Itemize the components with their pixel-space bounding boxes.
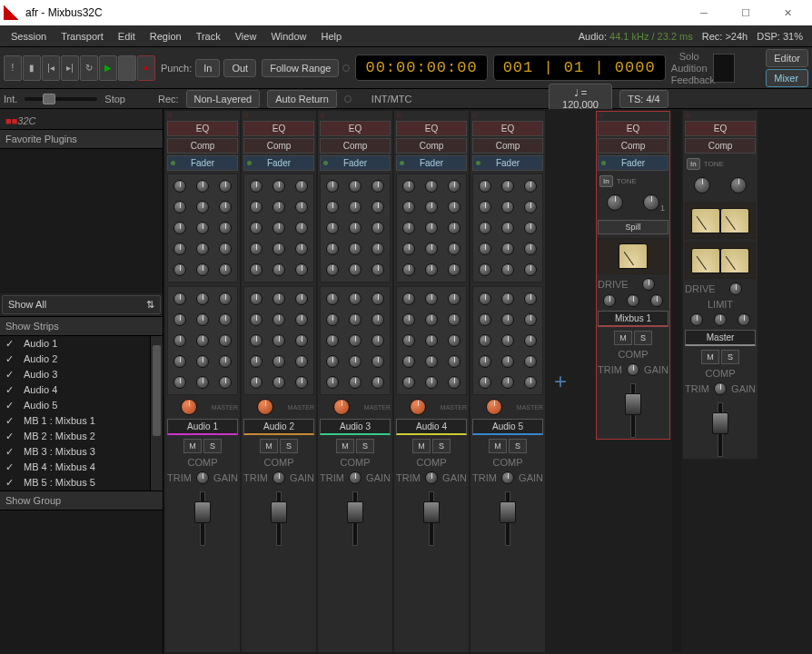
comp-section-button[interactable]: Comp [320, 138, 391, 154]
eq-knob[interactable] [448, 313, 460, 326]
channel-name[interactable]: Audio 4 [396, 419, 467, 435]
mute-button[interactable]: M [701, 350, 719, 364]
eq-knob[interactable] [371, 334, 384, 347]
mute-button[interactable]: M [260, 439, 278, 453]
eq-knob[interactable] [272, 201, 285, 213]
eq-knob[interactable] [272, 334, 285, 347]
eq-knob[interactable] [425, 201, 438, 213]
eq-knob[interactable] [371, 243, 384, 255]
channel-name[interactable]: Audio 1 [167, 419, 238, 435]
eq-knob[interactable] [479, 355, 491, 368]
groups-list[interactable] [0, 510, 163, 655]
eq-knob[interactable] [524, 201, 537, 213]
eq-knob[interactable] [196, 263, 209, 276]
strip-visibility-row[interactable]: ✓Audio 5 [0, 398, 163, 413]
eq-knob[interactable] [272, 180, 285, 193]
eq-knob[interactable] [371, 180, 384, 193]
eq-knob[interactable] [402, 222, 415, 234]
eq-knob[interactable] [326, 201, 339, 213]
menu-window[interactable]: Window [263, 28, 313, 45]
bus-knob[interactable] [627, 294, 639, 307]
fader-section-button[interactable]: Fader [320, 155, 391, 171]
eq-knob[interactable] [219, 355, 232, 368]
eq-knob[interactable] [219, 334, 232, 347]
eq-knob[interactable] [371, 263, 384, 276]
eq-knob[interactable] [425, 292, 438, 305]
eq-knob[interactable] [250, 313, 262, 326]
comp-section-button[interactable]: Comp [472, 138, 543, 154]
trim-knob[interactable] [425, 471, 438, 484]
eq-knob[interactable] [219, 243, 232, 255]
eq-knob[interactable] [196, 355, 209, 368]
tone-knob[interactable] [694, 177, 710, 193]
eq-knob[interactable] [402, 201, 415, 213]
eq-knob[interactable] [326, 180, 339, 193]
eq-knob[interactable] [349, 243, 361, 255]
eq-section-button[interactable]: EQ [320, 121, 391, 136]
solo-button[interactable]: S [203, 439, 222, 453]
channel-fader[interactable] [505, 491, 510, 546]
trim-knob[interactable] [501, 471, 514, 484]
eq-knob[interactable] [173, 243, 186, 255]
eq-knob[interactable] [196, 292, 209, 305]
eq-knob[interactable] [524, 334, 537, 347]
solo-button[interactable]: S [721, 350, 739, 364]
eq-knob[interactable] [250, 201, 262, 213]
eq-knob[interactable] [402, 313, 415, 326]
eq-knob[interactable] [524, 222, 537, 234]
comp-section-button[interactable]: Comp [243, 138, 314, 154]
channel-name[interactable]: Audio 3 [320, 419, 391, 435]
eq-section-button[interactable]: EQ [472, 121, 543, 136]
eq-knob[interactable] [448, 243, 460, 255]
strip-visibility-row[interactable]: ✓MB 1 : Mixbus 1 [0, 413, 163, 429]
eq-knob[interactable] [402, 376, 415, 389]
eq-knob[interactable] [371, 292, 384, 305]
eq-knob[interactable] [479, 180, 491, 193]
eq-knob[interactable] [501, 376, 514, 389]
strips-scrollbar[interactable] [150, 336, 163, 490]
eq-knob[interactable] [250, 292, 262, 305]
eq-knob[interactable] [173, 201, 186, 213]
plugin-filter-select[interactable]: Show All⇅ [2, 295, 161, 314]
strip-visibility-row[interactable]: ✓Audio 2 [0, 352, 163, 367]
eq-knob[interactable] [173, 313, 186, 326]
mute-button[interactable]: M [336, 439, 354, 453]
strip-visibility-row[interactable]: ✓MB 4 : Mixbus 4 [0, 460, 163, 475]
eq-knob[interactable] [173, 180, 186, 193]
menu-view[interactable]: View [228, 28, 264, 45]
shuttle-slider[interactable] [25, 97, 97, 101]
channel-fader[interactable] [276, 491, 282, 546]
channel-fader[interactable] [429, 491, 434, 546]
eq-knob[interactable] [295, 180, 308, 193]
eq-knob[interactable] [349, 180, 361, 193]
mute-button[interactable]: M [183, 439, 202, 453]
eq-knob[interactable] [250, 263, 262, 276]
eq-knob[interactable] [448, 292, 460, 305]
eq-section-button[interactable]: EQ [396, 121, 467, 136]
eq-knob[interactable] [425, 222, 438, 234]
eq-knob[interactable] [479, 292, 491, 305]
drive-knob[interactable] [257, 399, 273, 415]
eq-knob[interactable] [448, 334, 460, 347]
eq-knob[interactable] [173, 376, 186, 389]
drive-knob[interactable] [410, 399, 426, 415]
eq-knob[interactable] [173, 355, 186, 368]
trim-knob[interactable] [196, 471, 209, 484]
eq-knob[interactable] [250, 355, 262, 368]
eq-knob[interactable] [425, 263, 438, 276]
eq-knob[interactable] [196, 376, 209, 389]
menu-help[interactable]: Help [314, 28, 350, 45]
eq-knob[interactable] [326, 376, 339, 389]
midi-panic-button[interactable]: ! [4, 55, 22, 81]
metronome-button[interactable]: ▮ [23, 55, 41, 81]
eq-knob[interactable] [371, 222, 384, 234]
eq-knob[interactable] [448, 222, 460, 234]
trim-knob[interactable] [714, 382, 727, 395]
eq-knob[interactable] [295, 313, 308, 326]
bus-knob[interactable] [603, 294, 616, 307]
eq-knob[interactable] [371, 355, 384, 368]
eq-knob[interactable] [479, 313, 491, 326]
menu-transport[interactable]: Transport [54, 28, 111, 45]
tone-in-toggle[interactable]: In [599, 175, 613, 187]
eq-knob[interactable] [219, 222, 232, 234]
